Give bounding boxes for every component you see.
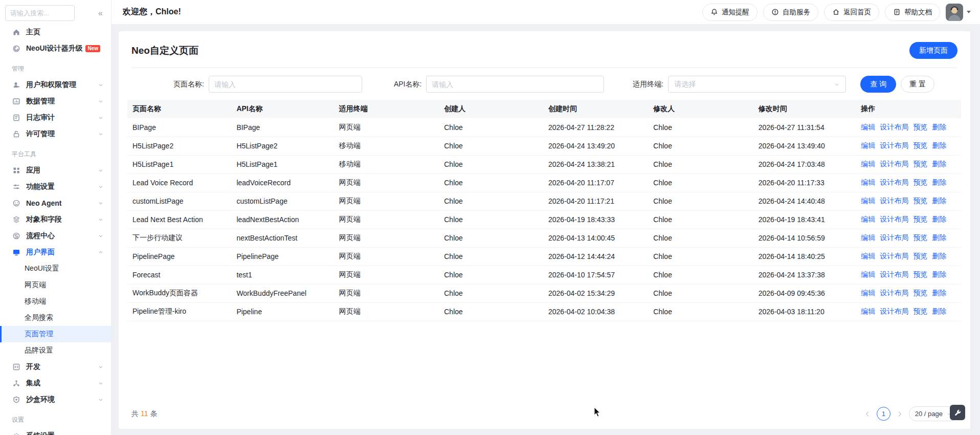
add-page-button[interactable]: 新增页面: [909, 42, 957, 59]
sidebar-item-license[interactable]: 许可管理: [0, 126, 111, 142]
action-delete[interactable]: 删除: [932, 160, 946, 168]
action-preview[interactable]: 预览: [913, 215, 927, 223]
column-header-1: API名称: [232, 100, 335, 118]
action-edit[interactable]: 编辑: [861, 141, 875, 149]
action-design-layout[interactable]: 设计布局: [880, 141, 908, 149]
sidebar-item-feature-settings[interactable]: 功能设置: [0, 179, 111, 195]
cell-actions: 编辑设计布局预览删除: [857, 266, 961, 284]
sidebar-subitem-15[interactable]: 网页端: [0, 277, 111, 293]
action-delete[interactable]: 删除: [932, 270, 946, 278]
action-delete[interactable]: 删除: [932, 123, 946, 131]
cell-modifier: Chloe: [649, 137, 754, 155]
sidebar-collapse-icon[interactable]: «: [98, 9, 105, 17]
sidebar-item-home[interactable]: 主页: [0, 24, 111, 40]
reset-button[interactable]: 重 置: [901, 76, 934, 93]
header-button-bell[interactable]: 通知提醒: [702, 4, 758, 21]
action-edit[interactable]: 编辑: [861, 270, 875, 278]
chevron-down-icon: [98, 200, 104, 206]
sidebar-item-sandbox[interactable]: 沙盒环境: [0, 391, 111, 408]
action-preview[interactable]: 预览: [913, 178, 927, 186]
sidebar-subitem-17[interactable]: 全局搜索: [0, 310, 111, 326]
search-button[interactable]: 查 询: [860, 76, 896, 93]
cell-name: PipelinePage: [127, 247, 232, 266]
action-design-layout[interactable]: 设计布局: [880, 215, 908, 223]
action-preview[interactable]: 预览: [913, 252, 927, 260]
sidebar-item-audit[interactable]: 日志审计: [0, 110, 111, 126]
sidebar-item-designer[interactable]: NeoUI设计器升级New: [0, 40, 111, 57]
action-delete[interactable]: 删除: [932, 178, 946, 186]
sidebar-item-ui[interactable]: 用户界面: [0, 244, 111, 260]
action-edit[interactable]: 编辑: [861, 160, 875, 168]
sidebar-search-input[interactable]: [5, 5, 75, 21]
settings-fab-button[interactable]: [950, 405, 965, 420]
avatar-image: [946, 4, 963, 21]
action-preview[interactable]: 预览: [913, 197, 927, 205]
action-delete[interactable]: 删除: [932, 252, 946, 260]
action-edit[interactable]: 编辑: [861, 123, 875, 131]
sidebar-item-dev[interactable]: 开发: [0, 359, 111, 375]
action-delete[interactable]: 删除: [932, 307, 946, 315]
cell-terminal: 网页端: [335, 247, 440, 266]
sidebar-item-users[interactable]: 用户和权限管理: [0, 77, 111, 93]
sidebar-item-data[interactable]: 数据管理: [0, 93, 111, 110]
action-design-layout[interactable]: 设计布局: [880, 197, 908, 205]
chevron-left-icon[interactable]: [864, 410, 871, 418]
action-edit[interactable]: 编辑: [861, 307, 875, 315]
action-preview[interactable]: 预览: [913, 270, 927, 278]
action-design-layout[interactable]: 设计布局: [880, 289, 908, 297]
sidebar-item-agent[interactable]: Neo Agent: [0, 195, 111, 211]
action-edit[interactable]: 编辑: [861, 197, 875, 205]
action-design-layout[interactable]: 设计布局: [880, 270, 908, 278]
page-name-input[interactable]: [209, 76, 362, 93]
sidebar-subitem-18[interactable]: 页面管理: [0, 326, 111, 342]
action-delete[interactable]: 删除: [932, 233, 946, 242]
action-delete[interactable]: 删除: [932, 289, 946, 297]
sidebar-subitem-19[interactable]: 品牌设置: [0, 342, 111, 359]
chevron-right-icon[interactable]: [896, 410, 903, 418]
header-button-doc[interactable]: 帮助文档: [885, 4, 940, 21]
action-preview[interactable]: 预览: [913, 123, 927, 131]
action-design-layout[interactable]: 设计布局: [880, 252, 908, 260]
action-design-layout[interactable]: 设计布局: [880, 178, 908, 186]
gear-icon: [12, 432, 20, 435]
header-button-service[interactable]: 自助服务: [763, 4, 818, 21]
sidebar-subitem-14[interactable]: NeoUI设置: [0, 260, 111, 277]
action-preview[interactable]: 预览: [913, 289, 927, 297]
sidebar-item-integration[interactable]: 集成: [0, 375, 111, 391]
cell-api: nextBestActionTest: [232, 229, 335, 247]
action-design-layout[interactable]: 设计布局: [880, 123, 908, 131]
cell-name: 下一步行动建议: [127, 229, 232, 247]
action-edit[interactable]: 编辑: [861, 233, 875, 242]
pages-table: 页面名称API名称适用终端创建人创建时间修改人修改时间操作 BIPageBIPa…: [127, 100, 961, 321]
action-design-layout[interactable]: 设计布局: [880, 160, 908, 168]
action-delete[interactable]: 删除: [932, 141, 946, 149]
user-menu-caret-icon[interactable]: [967, 11, 971, 13]
header-button-home-outline[interactable]: 返回首页: [824, 4, 879, 21]
cell-modified: 2026-04-14 10:56:59: [754, 229, 857, 247]
terminal-select[interactable]: 请选择: [668, 76, 846, 93]
api-name-input[interactable]: [426, 76, 604, 93]
action-design-layout[interactable]: 设计布局: [880, 233, 908, 242]
sidebar-item-gear[interactable]: 系统设置: [0, 428, 111, 435]
cell-modifier: Chloe: [649, 302, 754, 321]
sidebar-item-flow[interactable]: 流程中心: [0, 228, 111, 244]
action-edit[interactable]: 编辑: [861, 289, 875, 297]
page-number-button[interactable]: 1: [877, 407, 890, 421]
sidebar-item-object-fields[interactable]: 对象和字段: [0, 211, 111, 228]
sidebar-item-label: 应用: [26, 166, 40, 175]
action-delete[interactable]: 删除: [932, 215, 946, 223]
action-edit[interactable]: 编辑: [861, 178, 875, 186]
action-delete[interactable]: 删除: [932, 197, 946, 205]
action-edit[interactable]: 编辑: [861, 215, 875, 223]
action-design-layout[interactable]: 设计布局: [880, 307, 908, 315]
cell-name: Lead Voice Record: [127, 173, 232, 192]
action-preview[interactable]: 预览: [913, 141, 927, 149]
action-preview[interactable]: 预览: [913, 233, 927, 242]
action-preview[interactable]: 预览: [913, 160, 927, 168]
sidebar-subitem-16[interactable]: 移动端: [0, 293, 111, 310]
action-preview[interactable]: 预览: [913, 307, 927, 315]
user-avatar[interactable]: [946, 4, 963, 21]
action-edit[interactable]: 编辑: [861, 252, 875, 260]
sidebar-item-apps[interactable]: 应用: [0, 162, 111, 179]
table-row: Lead Next Best ActionleadNextBestAction网…: [127, 210, 961, 229]
